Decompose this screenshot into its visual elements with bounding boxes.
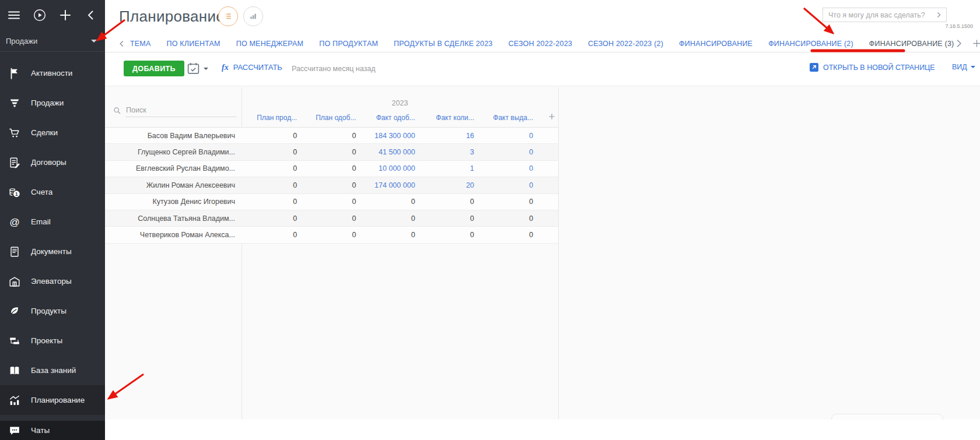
cell-value[interactable]: 1 bbox=[419, 164, 478, 173]
tab-0[interactable]: ТЕМА bbox=[130, 40, 151, 48]
cell-value[interactable]: 0 bbox=[242, 148, 300, 156]
cell-value[interactable]: 0 bbox=[359, 198, 418, 206]
tabs-scroll-left-icon[interactable] bbox=[118, 40, 127, 48]
calculate-button[interactable]: fx РАССЧИТАТЬ bbox=[222, 63, 282, 72]
add-tab-icon[interactable] bbox=[972, 38, 980, 48]
cell-value[interactable]: 0 bbox=[419, 231, 478, 239]
cell-value[interactable]: 0 bbox=[478, 132, 537, 140]
cell-value[interactable]: 10 000 000 bbox=[359, 164, 418, 173]
cell-value[interactable]: 0 bbox=[242, 181, 300, 189]
row-name[interactable]: Кутузов Денис Игоревич bbox=[105, 198, 242, 206]
cell-value[interactable]: 0 bbox=[300, 164, 359, 173]
sidebar-item-deals[interactable]: Сделки bbox=[0, 118, 105, 147]
add-column-button[interactable] bbox=[547, 112, 558, 122]
cell-value[interactable]: 0 bbox=[359, 214, 418, 223]
sidebar-item-label: Документы bbox=[31, 247, 72, 256]
tab-1[interactable]: ПО КЛИЕНТАМ bbox=[167, 40, 220, 48]
bar-chart-icon bbox=[247, 10, 259, 22]
column-header-1[interactable]: План одоб... bbox=[300, 114, 359, 122]
cell-value[interactable]: 0 bbox=[419, 214, 478, 223]
row-values: 00000 bbox=[242, 214, 537, 223]
row-values: 00000 bbox=[242, 231, 537, 239]
cell-value[interactable]: 0 bbox=[242, 132, 300, 140]
calendar-period-button[interactable] bbox=[186, 61, 208, 76]
cell-value[interactable]: 0 bbox=[300, 148, 359, 156]
cell-value[interactable]: 0 bbox=[300, 214, 359, 223]
cell-value[interactable]: 16 bbox=[419, 132, 478, 140]
cell-value[interactable]: 0 bbox=[478, 148, 537, 156]
cell-value[interactable]: 20 bbox=[419, 181, 478, 189]
sidebar-item-documents[interactable]: Документы bbox=[0, 237, 105, 266]
cell-value[interactable]: 0 bbox=[300, 132, 359, 140]
add-icon[interactable] bbox=[58, 8, 72, 22]
cell-value[interactable]: 184 300 000 bbox=[359, 132, 418, 140]
tab-5[interactable]: СЕЗОН 2022-2023 bbox=[508, 40, 572, 48]
sidebar-item-label: Активности bbox=[31, 69, 72, 78]
cell-value[interactable]: 0 bbox=[478, 231, 537, 239]
sidebar-item-elevators[interactable]: Элеваторы bbox=[0, 266, 105, 296]
cell-value[interactable]: 0 bbox=[478, 181, 537, 189]
sidebar-item-label: Договоры bbox=[31, 158, 66, 167]
cell-value[interactable]: 174 000 000 bbox=[359, 181, 418, 189]
play-icon[interactable] bbox=[33, 8, 47, 22]
cell-value[interactable]: 0 bbox=[242, 164, 300, 173]
cell-value[interactable]: 0 bbox=[300, 198, 359, 206]
sidebar-item-planning[interactable]: Планирование bbox=[0, 385, 105, 415]
row-name[interactable]: Солнцева Татьяна Владим... bbox=[105, 214, 242, 223]
assistant-submit-chevron[interactable] bbox=[931, 8, 946, 22]
cell-value[interactable]: 0 bbox=[478, 164, 537, 173]
tab-9[interactable]: ФИНАНСИРОВАНИЕ (3) bbox=[869, 40, 954, 48]
row-name[interactable]: Басов Вадим Валерьевич bbox=[105, 132, 242, 140]
sidebar-item-activities[interactable]: Активности bbox=[0, 58, 105, 88]
sidebar-item-contracts[interactable]: Договоры bbox=[0, 147, 105, 177]
sidebar-item-products[interactable]: Продукты bbox=[0, 296, 105, 326]
add-button[interactable]: ДОБАВИТЬ bbox=[124, 61, 184, 76]
cell-value[interactable]: 3 bbox=[419, 148, 478, 156]
column-header-3[interactable]: Факт коли... bbox=[419, 114, 478, 122]
document-icon bbox=[8, 245, 21, 258]
column-header-2[interactable]: Факт одоб... bbox=[359, 114, 418, 122]
row-name[interactable]: Четвериков Роман Алекса... bbox=[105, 231, 242, 239]
sidebar-item-knowledge-base[interactable]: База знаний bbox=[0, 355, 105, 385]
assistant-input[interactable] bbox=[823, 11, 931, 19]
cell-value[interactable]: 0 bbox=[242, 214, 300, 223]
tab-3[interactable]: ПО ПРОДУКТАМ bbox=[319, 40, 378, 48]
tab-6[interactable]: СЕЗОН 2022-2023 (2) bbox=[588, 40, 663, 48]
row-name[interactable]: Жилин Роман Алексеевич bbox=[105, 181, 242, 189]
cell-value[interactable]: 0 bbox=[419, 198, 478, 206]
tab-2[interactable]: ПО МЕНЕДЖЕРАМ bbox=[236, 40, 304, 48]
row-name[interactable]: Глущенко Сергей Владими... bbox=[105, 148, 242, 156]
row-name[interactable]: Евглевский Руслан Вадимо... bbox=[105, 164, 242, 173]
sidebar-item-chats[interactable]: Чаты bbox=[0, 421, 105, 440]
list-icon bbox=[222, 10, 234, 22]
workspace-selector[interactable]: Продажи bbox=[0, 30, 105, 52]
collapse-sidebar-icon[interactable] bbox=[84, 8, 98, 22]
view-dropdown[interactable]: ВИД bbox=[952, 63, 975, 71]
column-header-0[interactable]: План прод... bbox=[242, 114, 300, 122]
sidebar-item-label: База знаний bbox=[31, 366, 76, 375]
scroll-right-icon[interactable] bbox=[954, 38, 964, 48]
open-new-page-button[interactable]: ОТКРЫТЬ В НОВОЙ СТРАНИЦЕ bbox=[810, 63, 935, 72]
grid-search-input[interactable] bbox=[126, 105, 236, 117]
cell-value[interactable]: 0 bbox=[478, 198, 537, 206]
row-values: 00000 bbox=[242, 198, 537, 206]
tab-8[interactable]: ФИНАНСИРОВАНИЕ (2) bbox=[768, 40, 853, 48]
cell-value[interactable]: 0 bbox=[478, 214, 537, 223]
menu-icon[interactable] bbox=[7, 8, 21, 22]
cell-value[interactable]: 0 bbox=[242, 198, 300, 206]
chart-view-toggle[interactable] bbox=[243, 6, 263, 26]
sidebar-item-projects[interactable]: Проекты bbox=[0, 326, 105, 355]
cell-value[interactable]: 0 bbox=[359, 231, 418, 239]
cell-value[interactable]: 0 bbox=[242, 231, 300, 239]
cell-value[interactable]: 0 bbox=[300, 231, 359, 239]
sidebar-item-email[interactable]: @Email bbox=[0, 207, 105, 237]
sidebar-item-sales[interactable]: Продажи bbox=[0, 88, 105, 118]
list-view-toggle[interactable] bbox=[218, 6, 238, 26]
tab-4[interactable]: ПРОДУКТЫ В СДЕЛКЕ 2023 bbox=[394, 40, 492, 48]
sidebar-item-invoices[interactable]: 1Счета bbox=[0, 177, 105, 207]
tab-7[interactable]: ФИНАНСИРОВАНИЕ bbox=[679, 40, 752, 48]
tab-actions bbox=[954, 38, 980, 48]
column-header-4[interactable]: Факт выда... bbox=[478, 114, 537, 122]
cell-value[interactable]: 41 500 000 bbox=[359, 148, 418, 156]
cell-value[interactable]: 0 bbox=[300, 181, 359, 189]
